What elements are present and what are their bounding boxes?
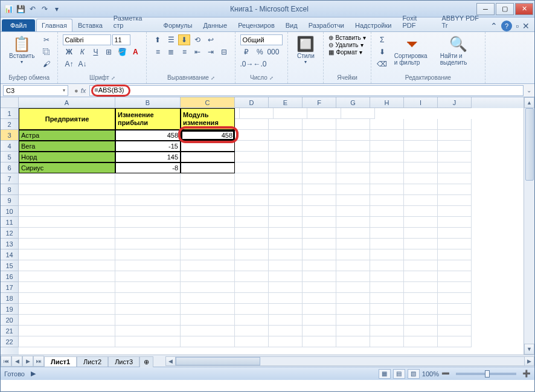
fx-cancel-icon[interactable]: ● bbox=[74, 87, 78, 94]
row-header-12[interactable]: 12 bbox=[1, 228, 19, 239]
cell[interactable] bbox=[404, 206, 438, 217]
autosum-icon[interactable]: Σ bbox=[376, 34, 388, 45]
cell[interactable] bbox=[336, 162, 370, 173]
cell[interactable] bbox=[115, 315, 181, 326]
tab-review[interactable]: Рецензиров bbox=[232, 19, 280, 31]
cell[interactable] bbox=[235, 152, 269, 162]
cell[interactable] bbox=[303, 195, 336, 206]
font-color-icon[interactable]: А bbox=[129, 47, 141, 57]
row-header-11[interactable]: 11 bbox=[1, 217, 19, 228]
cell[interactable] bbox=[181, 184, 235, 195]
tab-foxit[interactable]: Foxit PDF bbox=[397, 11, 436, 31]
align-middle-icon[interactable]: ☰ bbox=[165, 34, 177, 45]
col-header-d[interactable]: D bbox=[235, 97, 269, 108]
hscroll-thumb[interactable] bbox=[176, 357, 260, 365]
cell[interactable] bbox=[336, 260, 370, 271]
cell[interactable] bbox=[404, 315, 438, 326]
cell[interactable] bbox=[404, 249, 438, 260]
sort-filter-button[interactable]: ⏷ Сортировка и фильтр bbox=[391, 34, 434, 67]
cell[interactable] bbox=[438, 260, 472, 271]
vscroll-thumb[interactable] bbox=[525, 108, 534, 181]
cell[interactable] bbox=[438, 130, 472, 141]
cell[interactable] bbox=[115, 282, 181, 293]
cell[interactable] bbox=[307, 108, 341, 119]
cut-icon[interactable]: ✂ bbox=[40, 34, 53, 45]
cell[interactable] bbox=[404, 293, 438, 304]
cell[interactable] bbox=[269, 271, 303, 282]
cell[interactable] bbox=[370, 315, 404, 326]
cell[interactable] bbox=[336, 239, 370, 249]
sheet-tab-3[interactable]: Лист3 bbox=[108, 356, 139, 367]
cell[interactable] bbox=[19, 184, 115, 195]
font-name-select[interactable] bbox=[63, 34, 111, 45]
cell[interactable] bbox=[235, 293, 269, 304]
cell[interactable] bbox=[303, 239, 336, 249]
cell[interactable] bbox=[404, 141, 438, 152]
cell[interactable] bbox=[240, 108, 274, 119]
cells-area[interactable]: ПредприятиеАстра458458Вега-15Норд145Сири… bbox=[19, 108, 524, 355]
cell[interactable] bbox=[235, 239, 269, 249]
cell[interactable] bbox=[303, 184, 336, 195]
cell[interactable] bbox=[404, 119, 438, 130]
cell[interactable] bbox=[336, 141, 370, 152]
cell[interactable] bbox=[370, 228, 404, 239]
row-header-19[interactable]: 19 bbox=[1, 304, 19, 315]
cell[interactable] bbox=[370, 282, 404, 293]
cell[interactable]: -8 bbox=[115, 162, 181, 173]
font-size-select[interactable] bbox=[112, 34, 130, 45]
cell[interactable] bbox=[438, 282, 472, 293]
cell[interactable] bbox=[115, 249, 181, 260]
cell[interactable] bbox=[438, 162, 472, 173]
cell[interactable] bbox=[19, 228, 115, 239]
number-dialog-launcher[interactable]: ⤢ bbox=[269, 76, 274, 81]
tab-abbyy[interactable]: ABBYY PDF Tr bbox=[436, 11, 490, 31]
cell[interactable] bbox=[19, 239, 115, 249]
name-box-dropdown-icon[interactable]: ▾ bbox=[63, 88, 65, 93]
align-bottom-icon[interactable]: ⬇ bbox=[178, 34, 190, 45]
cell[interactable] bbox=[269, 239, 303, 249]
cell[interactable] bbox=[404, 260, 438, 271]
cell[interactable] bbox=[336, 217, 370, 228]
cell[interactable] bbox=[269, 282, 303, 293]
cell[interactable] bbox=[181, 152, 235, 162]
decrease-indent-icon[interactable]: ⇤ bbox=[191, 47, 203, 57]
cell[interactable] bbox=[370, 217, 404, 228]
cell[interactable] bbox=[404, 326, 438, 336]
cell[interactable] bbox=[269, 249, 303, 260]
tab-formulas[interactable]: Формулы bbox=[158, 19, 198, 31]
cell[interactable] bbox=[336, 304, 370, 315]
cell[interactable] bbox=[438, 217, 472, 228]
row-header-5[interactable]: 5 bbox=[1, 152, 19, 162]
minimize-ribbon-icon[interactable]: ⌃ bbox=[490, 21, 498, 31]
tab-view[interactable]: Вид bbox=[280, 19, 303, 31]
cell[interactable] bbox=[404, 195, 438, 206]
help-icon[interactable]: ? bbox=[501, 21, 512, 31]
cell[interactable] bbox=[370, 260, 404, 271]
cell[interactable] bbox=[438, 119, 472, 130]
macro-record-icon[interactable]: ▶ bbox=[31, 370, 36, 378]
row-header-20[interactable]: 20 bbox=[1, 315, 19, 326]
cell[interactable] bbox=[19, 206, 115, 217]
cell[interactable] bbox=[235, 217, 269, 228]
align-center-icon[interactable]: ≣ bbox=[165, 47, 177, 57]
decrease-decimal-icon[interactable]: ←.0 bbox=[254, 59, 266, 69]
col-header-i[interactable]: I bbox=[404, 97, 438, 108]
cell[interactable] bbox=[269, 304, 303, 315]
cell[interactable] bbox=[303, 217, 336, 228]
cell[interactable] bbox=[336, 173, 370, 184]
paste-button[interactable]: 📋 Вставить ▾ bbox=[5, 34, 38, 66]
cell[interactable] bbox=[181, 162, 235, 173]
cell[interactable] bbox=[181, 282, 235, 293]
cell[interactable] bbox=[370, 206, 404, 217]
cell[interactable] bbox=[438, 239, 472, 249]
save-icon[interactable]: 💾 bbox=[15, 4, 26, 14]
cell[interactable] bbox=[438, 304, 472, 315]
format-painter-icon[interactable]: 🖌 bbox=[40, 59, 53, 69]
cell[interactable] bbox=[19, 326, 115, 336]
cell[interactable]: 458 bbox=[115, 130, 181, 141]
cell[interactable] bbox=[336, 152, 370, 162]
row-header-9[interactable]: 9 bbox=[1, 195, 19, 206]
row-header-18[interactable]: 18 bbox=[1, 293, 19, 304]
cell[interactable] bbox=[336, 119, 370, 130]
col-header-f[interactable]: F bbox=[303, 97, 336, 108]
